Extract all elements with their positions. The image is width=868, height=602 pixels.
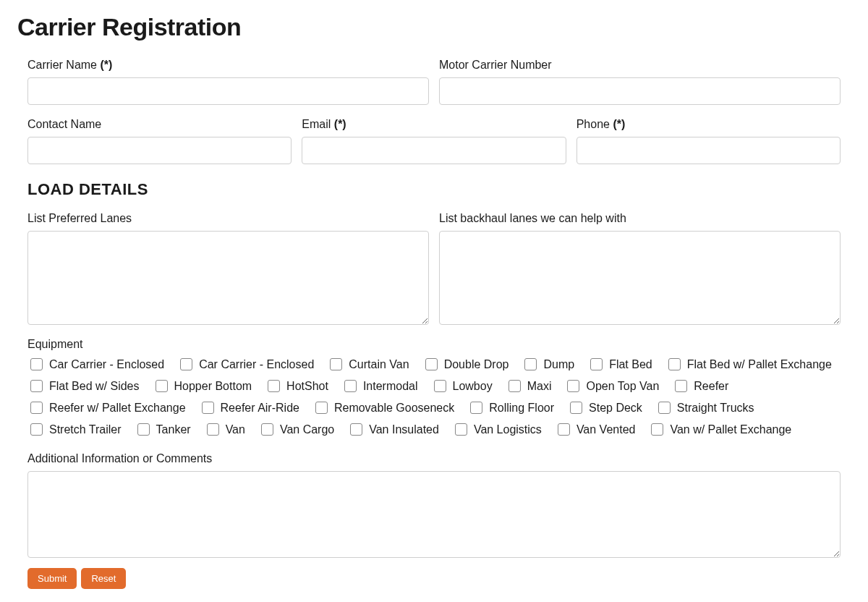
equipment-option[interactable]: Van Logistics bbox=[452, 420, 542, 439]
email-required: (*) bbox=[334, 118, 346, 130]
submit-button[interactable]: Submit bbox=[27, 568, 77, 589]
equipment-option[interactable]: Reefer Air-Ride bbox=[199, 399, 299, 417]
equipment-option[interactable]: Removable Gooseneck bbox=[312, 399, 454, 417]
equipment-option-label: Reefer w/ Pallet Exchange bbox=[49, 399, 186, 417]
equipment-option[interactable]: Curtain Van bbox=[327, 355, 409, 374]
reset-button[interactable]: Reset bbox=[81, 568, 126, 589]
additional-info-textarea[interactable] bbox=[27, 471, 841, 558]
equipment-option[interactable]: Hopper Bottom bbox=[153, 377, 252, 396]
equipment-checkbox[interactable] bbox=[651, 423, 663, 436]
equipment-option[interactable]: Car Carrier - Enclosed bbox=[177, 355, 314, 374]
email-label: Email (*) bbox=[302, 118, 566, 131]
equipment-option-label: Reefer bbox=[694, 377, 728, 396]
equipment-checkbox[interactable] bbox=[315, 402, 328, 414]
equipment-checkbox[interactable] bbox=[202, 402, 214, 414]
equipment-option[interactable]: Rolling Floor bbox=[467, 399, 554, 417]
equipment-checkbox[interactable] bbox=[668, 358, 681, 370]
equipment-option-label: Flat Bed w/ Pallet Exchange bbox=[687, 355, 832, 374]
equipment-option[interactable]: Van Cargo bbox=[258, 420, 334, 439]
equipment-option[interactable]: Van bbox=[204, 420, 245, 439]
load-details-heading: LOAD DETAILS bbox=[27, 180, 841, 199]
email-label-text: Email bbox=[302, 118, 331, 130]
phone-required: (*) bbox=[613, 118, 625, 130]
equipment-option[interactable]: Van Vented bbox=[555, 420, 636, 439]
equipment-option-label: Step Deck bbox=[589, 399, 642, 417]
carrier-name-required: (*) bbox=[100, 59, 112, 71]
motor-carrier-number-label: Motor Carrier Number bbox=[439, 59, 841, 72]
equipment-option-label: Reefer Air-Ride bbox=[221, 399, 299, 417]
equipment-option-label: Van Vented bbox=[576, 420, 636, 439]
equipment-option[interactable]: Flat Bed w/ Sides bbox=[27, 377, 140, 396]
equipment-option[interactable]: Lowboy bbox=[431, 377, 493, 396]
backhaul-lanes-textarea[interactable] bbox=[439, 231, 841, 325]
equipment-option[interactable]: Straight Trucks bbox=[655, 399, 754, 417]
equipment-option-label: Flat Bed w/ Sides bbox=[49, 377, 140, 396]
equipment-option-label: Car Carrier - Enclosed bbox=[199, 355, 314, 374]
equipment-checkbox[interactable] bbox=[137, 423, 150, 436]
equipment-checkbox[interactable] bbox=[261, 423, 273, 436]
equipment-option-label: Car Carrier - Enclosed bbox=[49, 355, 164, 374]
equipment-checkbox[interactable] bbox=[509, 380, 521, 392]
equipment-checkbox[interactable] bbox=[570, 402, 582, 414]
equipment-checkbox[interactable] bbox=[455, 423, 467, 436]
equipment-option[interactable]: Van Insulated bbox=[347, 420, 439, 439]
equipment-option-label: Tanker bbox=[156, 420, 191, 439]
carrier-name-label-text: Carrier Name bbox=[27, 59, 97, 71]
equipment-option[interactable]: HotShot bbox=[265, 377, 328, 396]
equipment-option[interactable]: Stretch Trailer bbox=[27, 420, 122, 439]
preferred-lanes-textarea[interactable] bbox=[27, 231, 429, 325]
equipment-option[interactable]: Open Top Van bbox=[564, 377, 659, 396]
equipment-option-label: Van bbox=[226, 420, 245, 439]
equipment-option[interactable]: Flat Bed bbox=[587, 355, 652, 374]
equipment-option[interactable]: Double Drop bbox=[422, 355, 509, 374]
equipment-checkbox[interactable] bbox=[330, 358, 342, 370]
equipment-checkbox[interactable] bbox=[30, 402, 43, 414]
phone-input[interactable] bbox=[576, 137, 841, 164]
equipment-option[interactable]: Reefer w/ Pallet Exchange bbox=[27, 399, 186, 417]
equipment-option-label: Maxi bbox=[527, 377, 552, 396]
equipment-option[interactable]: Car Carrier - Enclosed bbox=[27, 355, 164, 374]
phone-label: Phone (*) bbox=[576, 118, 841, 131]
carrier-name-input[interactable] bbox=[27, 77, 429, 105]
equipment-checkbox[interactable] bbox=[30, 423, 43, 436]
equipment-checkbox[interactable] bbox=[658, 402, 671, 414]
motor-carrier-number-input[interactable] bbox=[439, 77, 841, 105]
equipment-checkbox[interactable] bbox=[156, 380, 168, 392]
equipment-option-label: Dump bbox=[543, 355, 574, 374]
equipment-option[interactable]: Intermodal bbox=[341, 377, 418, 396]
equipment-option-label: Lowboy bbox=[453, 377, 493, 396]
equipment-option-label: Curtain Van bbox=[349, 355, 409, 374]
motor-carrier-number-label-text: Motor Carrier Number bbox=[439, 59, 552, 71]
email-input[interactable] bbox=[302, 137, 566, 164]
equipment-option-label: Hopper Bottom bbox=[174, 377, 252, 396]
equipment-option-label: Van Cargo bbox=[280, 420, 334, 439]
equipment-checkbox[interactable] bbox=[268, 380, 280, 392]
equipment-option-label: Open Top Van bbox=[586, 377, 659, 396]
phone-label-text: Phone bbox=[576, 118, 610, 130]
equipment-option[interactable]: Tanker bbox=[135, 420, 191, 439]
equipment-option[interactable]: Van w/ Pallet Exchange bbox=[648, 420, 791, 439]
equipment-checkbox[interactable] bbox=[558, 423, 570, 436]
equipment-option[interactable]: Maxi bbox=[506, 377, 552, 396]
equipment-option[interactable]: Step Deck bbox=[567, 399, 642, 417]
equipment-checkbox[interactable] bbox=[675, 380, 687, 392]
equipment-option[interactable]: Dump bbox=[522, 355, 574, 374]
equipment-checkbox[interactable] bbox=[180, 358, 192, 370]
equipment-checkbox[interactable] bbox=[567, 380, 579, 392]
equipment-checkbox[interactable] bbox=[207, 423, 219, 436]
equipment-option-label: Stretch Trailer bbox=[49, 420, 122, 439]
equipment-checkbox[interactable] bbox=[470, 402, 482, 414]
equipment-checkbox[interactable] bbox=[524, 358, 537, 370]
equipment-checkbox[interactable] bbox=[425, 358, 438, 370]
equipment-option[interactable]: Flat Bed w/ Pallet Exchange bbox=[665, 355, 832, 374]
contact-name-input[interactable] bbox=[27, 137, 292, 164]
equipment-checkbox[interactable] bbox=[434, 380, 446, 392]
equipment-checkbox[interactable] bbox=[344, 380, 357, 392]
equipment-label: Equipment bbox=[27, 338, 841, 351]
equipment-checkbox[interactable] bbox=[350, 423, 362, 436]
equipment-checkbox[interactable] bbox=[30, 358, 43, 370]
equipment-option[interactable]: Reefer bbox=[672, 377, 728, 396]
equipment-option-label: HotShot bbox=[286, 377, 328, 396]
equipment-checkbox[interactable] bbox=[30, 380, 43, 392]
equipment-checkbox[interactable] bbox=[590, 358, 603, 370]
